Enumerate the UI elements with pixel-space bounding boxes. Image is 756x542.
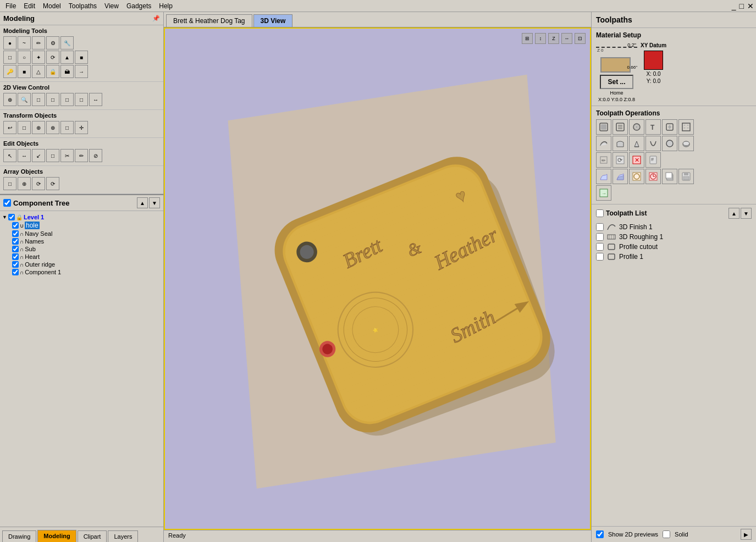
tool-zoom-prev[interactable]: □ — [60, 93, 74, 106]
close-button[interactable]: ✕ — [747, 2, 754, 10]
viewport-tab-3dview[interactable]: 3D View — [253, 14, 293, 27]
tree-level1[interactable]: ▼ 🔒 Level 1 — [2, 213, 161, 221]
tool-pan[interactable]: ↔ — [89, 93, 102, 106]
tool-terrain[interactable]: 🏔 — [60, 65, 74, 78]
hole-label[interactable]: hole — [25, 222, 40, 229]
names-label[interactable]: Names — [25, 238, 44, 245]
op-area3d[interactable] — [612, 136, 628, 151]
menu-help[interactable]: Help — [156, 1, 176, 11]
navyseal-label[interactable]: Navy Seal — [25, 230, 52, 237]
op-profile[interactable] — [596, 119, 611, 135]
op-simulate-all[interactable] — [612, 169, 628, 184]
op-delete-toolpath[interactable]: ✕ — [629, 152, 644, 168]
tool-select[interactable]: ↖ — [3, 149, 16, 162]
bottom-right-expand[interactable]: ▶ — [741, 529, 752, 540]
level1-label[interactable]: Level 1 — [24, 214, 44, 220]
toolpath-list-checkbox[interactable] — [596, 209, 604, 217]
tool-undo-move[interactable]: ↩ — [3, 121, 16, 134]
set-button[interactable]: Set ... — [600, 75, 633, 89]
op-pocket[interactable] — [612, 119, 628, 135]
profilecutout-checkbox[interactable] — [596, 243, 604, 251]
op-recalc[interactable]: ⟳ — [612, 152, 628, 168]
outerridge-checkbox[interactable] — [12, 261, 19, 268]
op-sheets[interactable] — [662, 169, 677, 184]
minimize-button[interactable]: _ — [732, 2, 736, 10]
tool-wrench[interactable]: 🔧 — [60, 36, 74, 49]
op-roughing[interactable] — [678, 119, 694, 135]
viewport-icon-x[interactable]: ↔ — [561, 33, 572, 44]
tool-zoom-fit[interactable]: ⊕ — [3, 93, 16, 106]
menu-edit[interactable]: Edit — [20, 1, 38, 11]
heart-checkbox[interactable] — [12, 253, 19, 260]
toolpath-list-down[interactable]: ▼ — [741, 208, 752, 219]
pin-icon[interactable]: 📌 — [152, 15, 160, 22]
navyseal-checkbox[interactable] — [12, 230, 19, 237]
tree-names[interactable]: ∩ Names — [12, 237, 161, 245]
tab-layers[interactable]: Layers — [108, 530, 138, 542]
op-simulate[interactable] — [596, 169, 611, 184]
op-moulding[interactable] — [662, 136, 677, 151]
tool-array-circ[interactable]: ⊕ — [18, 177, 31, 190]
tool-curve[interactable]: ~ — [18, 36, 31, 49]
menu-model[interactable]: Model — [40, 1, 64, 11]
finish3d-checkbox[interactable] — [596, 223, 604, 231]
tree-up-button[interactable]: ▲ — [137, 197, 148, 208]
tab-drawing[interactable]: Drawing — [2, 530, 36, 542]
sub-label[interactable]: Sub — [25, 246, 36, 252]
tree-root-checkbox[interactable] — [3, 199, 11, 207]
op-text[interactable]: T — [645, 119, 661, 135]
tool-smooth[interactable]: ↙ — [32, 149, 45, 162]
op-log[interactable] — [678, 136, 694, 151]
roughing-checkbox[interactable] — [596, 233, 604, 241]
op-clock[interactable] — [645, 169, 661, 184]
outerridge-label[interactable]: Outer ridge — [25, 261, 55, 268]
op-zero[interactable] — [629, 169, 644, 184]
tool-mirror[interactable]: ⊕ — [46, 121, 59, 134]
tool-key[interactable]: 🔑 — [3, 65, 16, 78]
tool-zoom-sel[interactable]: □ — [46, 93, 59, 106]
op-finish3d[interactable] — [596, 136, 611, 151]
tool-arrow[interactable]: → — [75, 65, 88, 78]
tool-array-rect[interactable]: □ — [3, 177, 16, 190]
component1-checkbox[interactable] — [12, 269, 19, 275]
tool-draw[interactable]: ✏ — [32, 36, 45, 49]
tool-lock[interactable]: 🔒 — [46, 65, 59, 78]
viewport-icon-grid[interactable]: ⊞ — [522, 33, 533, 44]
op-inlay[interactable] — [662, 119, 677, 135]
op-calc[interactable]: # — [645, 152, 661, 168]
tool-rect[interactable]: □ — [3, 51, 16, 64]
toolpath-item-roughing[interactable]: 3D Roughing 1 — [596, 232, 752, 242]
tab-modeling[interactable]: Modeling — [37, 530, 76, 542]
op-export[interactable]: → — [596, 185, 611, 201]
menu-gadgets[interactable]: Gadgets — [123, 1, 154, 11]
tool-scale[interactable]: □ — [60, 121, 74, 134]
tool-stamp[interactable]: ■ — [18, 65, 31, 78]
viewport[interactable]: ⊞ ↕ Z ↔ ⊡ — [164, 27, 591, 530]
profile1-checkbox[interactable] — [596, 253, 604, 261]
op-prism[interactable] — [629, 136, 644, 151]
tool-edit-pen[interactable]: ✏ — [75, 149, 88, 162]
tool-move-point[interactable]: ✛ — [75, 121, 88, 134]
op-fluting[interactable] — [645, 136, 661, 151]
tool-settings[interactable]: ⚙ — [46, 36, 59, 49]
show2d-checkbox[interactable] — [596, 530, 604, 538]
menu-file[interactable]: File — [2, 1, 19, 11]
toolpath-item-profile1[interactable]: Profile 1 — [596, 252, 752, 262]
tab-clipart[interactable]: Clipart — [78, 530, 107, 542]
tool-array-fill[interactable]: ⟳ — [46, 177, 59, 190]
viewport-icon-iso[interactable]: ⊡ — [575, 33, 586, 44]
tool-center[interactable]: ⊕ — [32, 121, 45, 134]
tool-zoom-next[interactable]: □ — [75, 93, 88, 106]
viewport-icon-y[interactable]: ↕ — [535, 33, 546, 44]
toolpath-list-up[interactable]: ▲ — [729, 208, 740, 219]
tree-down-button[interactable]: ▼ — [149, 197, 160, 208]
tree-hole[interactable]: ∪ hole — [12, 221, 161, 230]
viewport-icon-z[interactable]: Z — [548, 33, 559, 44]
tool-align[interactable]: □ — [18, 121, 31, 134]
menu-toolpaths[interactable]: Toolpaths — [65, 1, 100, 11]
op-drilling[interactable] — [629, 119, 644, 135]
tree-heart[interactable]: ∩ Heart — [12, 253, 161, 261]
tree-outerridge[interactable]: ∩ Outer ridge — [12, 261, 161, 268]
tool-clear[interactable]: ⊘ — [89, 149, 102, 162]
restore-button[interactable]: □ — [740, 2, 744, 10]
